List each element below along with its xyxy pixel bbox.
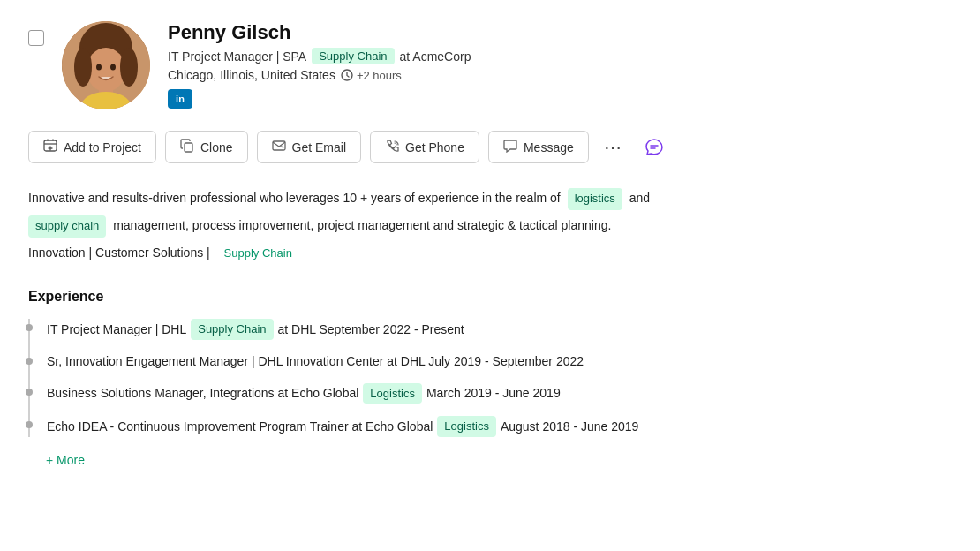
message-button[interactable]: Message bbox=[488, 131, 589, 163]
person-info: Penny Gilsch IT Project Manager | SPA Su… bbox=[168, 21, 952, 109]
exp-suffix: August 2018 - June 2019 bbox=[501, 418, 638, 436]
profile-header: Penny Gilsch IT Project Manager | SPA Su… bbox=[28, 21, 952, 109]
linkedin-icon[interactable]: in bbox=[168, 89, 192, 109]
experience-title: Experience bbox=[28, 289, 952, 305]
list-item: Sr, Innovation Engagement Manager | DHL … bbox=[30, 352, 952, 371]
action-bar: Add to Project Clone Get Email bbox=[28, 131, 952, 163]
checkbox-input[interactable] bbox=[28, 30, 44, 46]
get-phone-label: Get Phone bbox=[405, 140, 464, 155]
svg-point-4 bbox=[120, 48, 138, 87]
person-name: Penny Gilsch bbox=[168, 21, 952, 44]
svg-point-6 bbox=[110, 64, 116, 71]
experience-section: Experience IT Project Manager | DHL Supp… bbox=[28, 289, 952, 467]
select-checkbox[interactable] bbox=[28, 30, 44, 49]
svg-rect-11 bbox=[185, 143, 192, 152]
message-icon bbox=[503, 139, 517, 155]
svg-rect-12 bbox=[273, 141, 285, 150]
more-link[interactable]: + More bbox=[46, 453, 85, 467]
exp-prefix: Sr, Innovation Engagement Manager | DHL … bbox=[47, 352, 584, 371]
ai-assist-button[interactable] bbox=[638, 132, 670, 163]
exp-tag: Logistics bbox=[363, 383, 422, 404]
person-title: IT Project Manager | SPA Supply Chain at… bbox=[168, 48, 952, 64]
exp-prefix: Echo IDEA - Continuous Improvement Progr… bbox=[47, 418, 433, 436]
more-options-button[interactable]: ⋯ bbox=[598, 132, 629, 163]
location-text: Chicago, Illinois, United States bbox=[168, 68, 335, 82]
clock-icon bbox=[341, 69, 353, 81]
ai-icon bbox=[645, 138, 664, 157]
exp-suffix: at DHL September 2022 - Present bbox=[278, 321, 464, 339]
bio-line2: supply chain management, process improve… bbox=[28, 215, 952, 238]
exp-dot bbox=[26, 358, 33, 365]
svg-point-3 bbox=[74, 48, 92, 87]
time-text: +2 hours bbox=[357, 69, 402, 82]
email-icon bbox=[272, 139, 286, 155]
bio-line2-suffix: management, process improvement, project… bbox=[113, 218, 611, 232]
bio-line1: Innovative and results-driven profession… bbox=[28, 188, 952, 210]
phone-icon bbox=[385, 139, 399, 155]
bio-tag-supply-chain: supply chain bbox=[28, 215, 106, 238]
list-item: Business Solutions Manager, Integrations… bbox=[30, 383, 952, 404]
get-email-button[interactable]: Get Email bbox=[257, 131, 361, 163]
svg-point-2 bbox=[87, 48, 125, 92]
clone-label: Clone bbox=[200, 140, 233, 155]
exp-dot bbox=[26, 389, 33, 396]
bio-line1-prefix: Innovative and results-driven profession… bbox=[28, 191, 561, 205]
message-label: Message bbox=[524, 140, 574, 155]
clone-icon bbox=[180, 139, 194, 155]
bio-line1-suffix: and bbox=[629, 191, 650, 205]
list-item: IT Project Manager | DHL Supply Chain at… bbox=[30, 319, 952, 340]
list-item: Echo IDEA - Continuous Improvement Progr… bbox=[30, 416, 952, 437]
exp-suffix: March 2019 - June 2019 bbox=[426, 384, 561, 403]
exp-dot bbox=[26, 421, 33, 428]
bio-line3: Innovation | Customer Solutions | Supply… bbox=[28, 243, 952, 265]
avatar bbox=[62, 21, 150, 109]
add-to-project-button[interactable]: Add to Project bbox=[28, 131, 156, 163]
exp-text: IT Project Manager | DHL Supply Chain at… bbox=[47, 319, 464, 340]
bio-section: Innovative and results-driven profession… bbox=[28, 188, 952, 264]
get-phone-button[interactable]: Get Phone bbox=[370, 131, 479, 163]
linkedin-link[interactable]: in bbox=[168, 89, 952, 109]
add-to-project-label: Add to Project bbox=[64, 140, 141, 155]
experience-list: IT Project Manager | DHL Supply Chain at… bbox=[28, 319, 952, 437]
exp-text: Sr, Innovation Engagement Manager | DHL … bbox=[47, 352, 584, 371]
person-location: Chicago, Illinois, United States +2 hour… bbox=[168, 68, 952, 82]
bio-tag-logistics: logistics bbox=[568, 188, 622, 210]
exp-text: Business Solutions Manager, Integrations… bbox=[47, 383, 561, 404]
title-prefix: IT Project Manager | SPA bbox=[168, 49, 306, 64]
title-suffix: at AcmeCorp bbox=[400, 49, 471, 64]
exp-text: Echo IDEA - Continuous Improvement Progr… bbox=[47, 416, 638, 437]
get-email-label: Get Email bbox=[292, 140, 346, 155]
exp-prefix: IT Project Manager | DHL bbox=[47, 321, 186, 339]
exp-tag: Supply Chain bbox=[191, 319, 273, 340]
add-to-project-icon bbox=[43, 139, 57, 155]
bio-tag-supply-chain-2: Supply Chain bbox=[217, 243, 299, 265]
exp-dot bbox=[26, 324, 33, 331]
more-dots-icon: ⋯ bbox=[604, 137, 622, 158]
svg-point-5 bbox=[96, 64, 102, 71]
clone-button[interactable]: Clone bbox=[165, 131, 248, 163]
title-supply-chain-tag: Supply Chain bbox=[312, 48, 394, 64]
exp-tag: Logistics bbox=[437, 416, 496, 437]
time-offset: +2 hours bbox=[341, 69, 402, 82]
exp-prefix: Business Solutions Manager, Integrations… bbox=[47, 384, 358, 403]
bio-line3-text: Innovation | Customer Solutions | bbox=[28, 245, 210, 260]
